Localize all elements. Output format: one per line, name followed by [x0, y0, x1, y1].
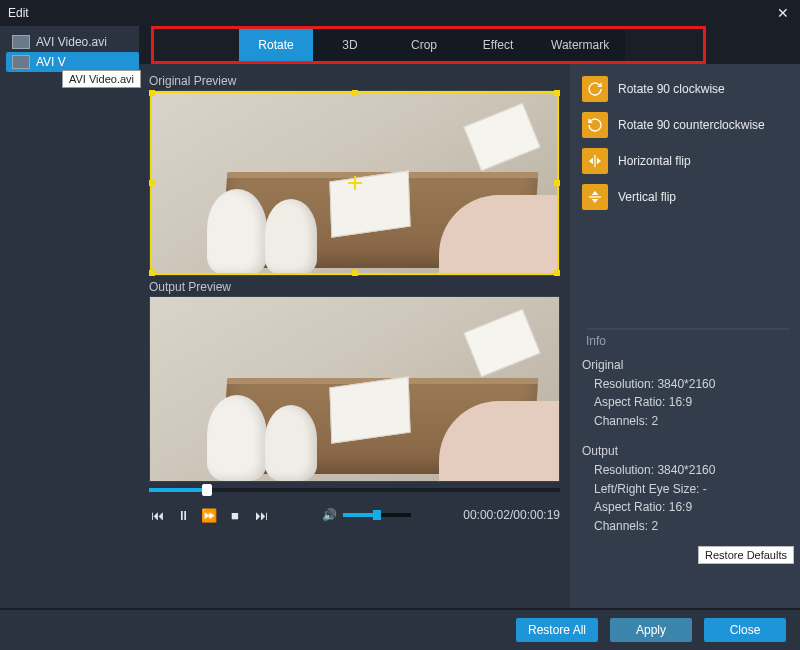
crop-handle[interactable]	[149, 180, 155, 186]
sidebar-item[interactable]: AVI V AVI Video.avi	[6, 52, 139, 72]
playback-time: 00:00:02/00:00:19	[463, 508, 560, 522]
rotate-ccw-button[interactable]: Rotate 90 counterclockwise	[582, 110, 790, 140]
tooltip: AVI Video.avi	[62, 70, 141, 88]
volume-slider[interactable]	[343, 513, 411, 517]
option-label: Rotate 90 counterclockwise	[618, 118, 765, 132]
option-label: Horizontal flip	[618, 154, 691, 168]
tab-crop[interactable]: Crop	[387, 26, 461, 64]
sidebar-item[interactable]: AVI Video.avi	[6, 32, 139, 52]
titlebar: Edit ✕	[0, 0, 800, 26]
sidebar-item-label: AVI Video.avi	[36, 35, 107, 49]
crop-handle[interactable]	[149, 90, 155, 96]
fastforward-icon[interactable]: ⏩	[201, 508, 217, 523]
tab-3d[interactable]: 3D	[313, 26, 387, 64]
crop-handle[interactable]	[554, 180, 560, 186]
flip-v-icon	[582, 184, 608, 210]
info-output-heading: Output	[582, 442, 790, 461]
crop-handle[interactable]	[352, 270, 358, 276]
tab-effect[interactable]: Effect	[461, 26, 535, 64]
restore-defaults-button[interactable]: Restore Defaults	[698, 546, 794, 564]
tab-rotate[interactable]: Rotate	[239, 26, 313, 64]
crop-handle[interactable]	[554, 270, 560, 276]
output-preview	[149, 296, 560, 482]
next-icon[interactable]: ⏭	[253, 508, 269, 523]
volume-icon[interactable]: 🔊	[322, 508, 337, 522]
file-sidebar: AVI Video.avi AVI V AVI Video.avi	[0, 26, 139, 608]
info-original-heading: Original	[582, 356, 790, 375]
crop-handle[interactable]	[149, 270, 155, 276]
crop-crosshair-icon	[348, 176, 362, 190]
window-title: Edit	[8, 6, 774, 20]
output-preview-label: Output Preview	[149, 280, 560, 294]
info-block: Original Resolution: 3840*2160 Aspect Ra…	[582, 354, 790, 535]
file-thumb-icon	[12, 55, 30, 69]
crop-box[interactable]	[150, 91, 559, 275]
sidebar-item-label: AVI V	[36, 55, 66, 69]
close-icon[interactable]: ✕	[774, 5, 792, 21]
close-button[interactable]: Close	[704, 618, 786, 642]
playback-controls: ⏮ ⏸ ⏩ ■ ⏭ 🔊 00:00:02/00:00:19	[149, 500, 560, 530]
flip-h-icon	[582, 148, 608, 174]
original-preview[interactable]	[149, 90, 560, 276]
options-panel: Rotate 90 clockwise Rotate 90 counterclo…	[570, 64, 800, 608]
restore-all-button[interactable]: Restore All	[516, 618, 598, 642]
prev-icon[interactable]: ⏮	[149, 508, 165, 523]
rotate-cw-icon	[582, 76, 608, 102]
volume-control[interactable]: 🔊	[322, 508, 411, 522]
info-header: Info	[586, 328, 790, 348]
original-preview-label: Original Preview	[149, 74, 560, 88]
pause-icon[interactable]: ⏸	[175, 508, 191, 523]
tab-watermark[interactable]: Watermark	[535, 26, 625, 64]
crop-handle[interactable]	[352, 90, 358, 96]
option-label: Rotate 90 clockwise	[618, 82, 725, 96]
tab-bar: Rotate 3D Crop Effect Watermark	[139, 26, 800, 64]
stop-icon[interactable]: ■	[227, 508, 243, 523]
rotate-cw-button[interactable]: Rotate 90 clockwise	[582, 74, 790, 104]
crop-handle[interactable]	[554, 90, 560, 96]
footer: Restore All Apply Close	[0, 608, 800, 650]
apply-button[interactable]: Apply	[610, 618, 692, 642]
flip-vertical-button[interactable]: Vertical flip	[582, 182, 790, 212]
option-label: Vertical flip	[618, 190, 676, 204]
flip-horizontal-button[interactable]: Horizontal flip	[582, 146, 790, 176]
rotate-ccw-icon	[582, 112, 608, 138]
playback-slider[interactable]	[149, 488, 560, 492]
file-thumb-icon	[12, 35, 30, 49]
